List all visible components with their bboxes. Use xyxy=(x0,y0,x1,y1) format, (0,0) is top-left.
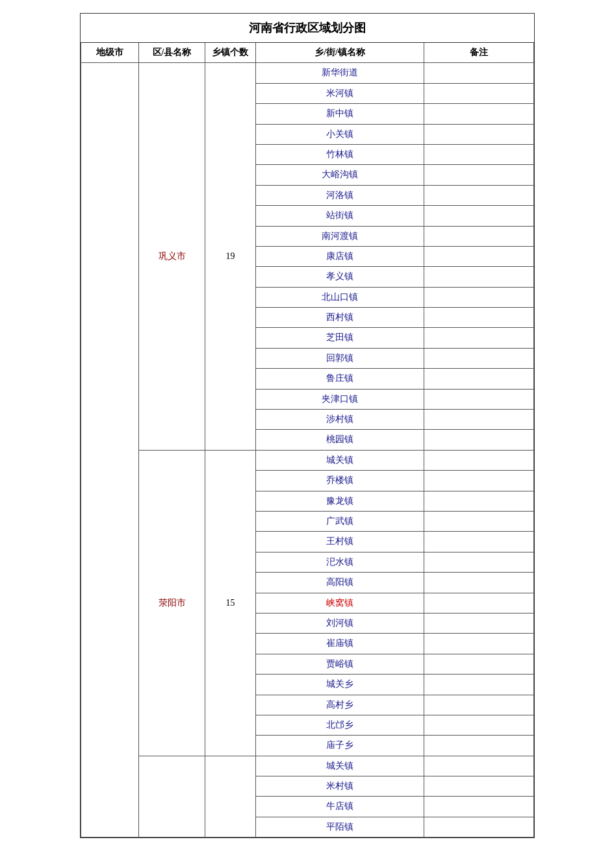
table-body: 巩义市19新华街道米河镇新中镇小关镇竹林镇大峪沟镇河洛镇站街镇南河渡镇康店镇孝义… xyxy=(81,63,533,837)
town-cell: 崔庙镇 xyxy=(256,634,424,654)
town-cell: 夹津口镇 xyxy=(256,389,424,409)
town-cell: 贾峪镇 xyxy=(256,654,424,674)
note-cell xyxy=(424,593,533,613)
town-cell: 城关镇 xyxy=(256,450,424,470)
town-cell: 高阳镇 xyxy=(256,573,424,593)
note-cell xyxy=(424,613,533,633)
town-cell: 北邙乡 xyxy=(256,715,424,735)
note-cell xyxy=(424,104,533,124)
note-cell xyxy=(424,695,533,715)
note-cell xyxy=(424,410,533,430)
note-cell xyxy=(424,144,533,164)
note-cell xyxy=(424,532,533,552)
town-cell: 鲁庄镇 xyxy=(256,369,424,389)
town-cell: 广武镇 xyxy=(256,511,424,531)
town-cell: 新华街道 xyxy=(256,63,424,83)
note-cell xyxy=(424,328,533,348)
note-cell xyxy=(424,124,533,144)
note-cell xyxy=(424,797,533,817)
note-cell xyxy=(424,654,533,674)
note-cell xyxy=(424,573,533,593)
note-cell xyxy=(424,511,533,531)
town-cell: 牛店镇 xyxy=(256,797,424,817)
note-cell xyxy=(424,83,533,103)
town-cell: 新中镇 xyxy=(256,104,424,124)
town-cell: 康店镇 xyxy=(256,246,424,266)
note-cell xyxy=(424,552,533,572)
town-cell: 乔楼镇 xyxy=(256,471,424,491)
town-cell: 小关镇 xyxy=(256,124,424,144)
table-row: 巩义市19新华街道 xyxy=(81,63,533,83)
note-cell xyxy=(424,267,533,287)
town-cell: 豫龙镇 xyxy=(256,491,424,511)
table-row: 城关镇 xyxy=(81,756,533,776)
town-cell: 峡窝镇 xyxy=(256,593,424,613)
town-cell: 城关乡 xyxy=(256,675,424,695)
town-cell: 大峪沟镇 xyxy=(256,165,424,185)
town-cell: 米河镇 xyxy=(256,83,424,103)
note-cell xyxy=(424,185,533,205)
note-cell xyxy=(424,471,533,491)
table-title: 河南省行政区域划分图 xyxy=(81,14,534,43)
note-cell xyxy=(424,817,533,837)
header-note: 备注 xyxy=(424,43,533,63)
header-district: 区/县名称 xyxy=(139,43,205,63)
town-cell: 庙子乡 xyxy=(256,736,424,756)
district-cell: 荥阳市 xyxy=(139,450,205,756)
town-cell: 芝田镇 xyxy=(256,328,424,348)
town-cell: 竹林镇 xyxy=(256,144,424,164)
note-cell xyxy=(424,715,533,735)
town-cell: 回郭镇 xyxy=(256,348,424,368)
town-cell: 南河渡镇 xyxy=(256,226,424,246)
note-cell xyxy=(424,206,533,226)
data-table: 地级市 区/县名称 乡镇个数 乡/街/镇名称 备注 巩义市19新华街道米河镇新中… xyxy=(81,43,534,837)
note-cell xyxy=(424,246,533,266)
note-cell xyxy=(424,491,533,511)
header-town: 乡/街/镇名称 xyxy=(256,43,424,63)
note-cell xyxy=(424,369,533,389)
note-cell xyxy=(424,389,533,409)
town-cell: 站街镇 xyxy=(256,206,424,226)
main-table-wrapper: 河南省行政区域划分图 地级市 区/县名称 乡镇个数 乡/街/镇名称 备注 巩义市… xyxy=(80,13,535,838)
town-cell: 王村镇 xyxy=(256,532,424,552)
town-cell: 河洛镇 xyxy=(256,185,424,205)
note-cell xyxy=(424,165,533,185)
note-cell xyxy=(424,63,533,83)
note-cell xyxy=(424,736,533,756)
town-cell: 刘河镇 xyxy=(256,613,424,633)
note-cell xyxy=(424,675,533,695)
table-row: 荥阳市15城关镇 xyxy=(81,450,533,470)
note-cell xyxy=(424,226,533,246)
note-cell xyxy=(424,348,533,368)
town-cell: 桃园镇 xyxy=(256,430,424,450)
note-cell xyxy=(424,756,533,776)
town-cell: 城关镇 xyxy=(256,756,424,776)
count-cell: 15 xyxy=(205,450,256,756)
header-row: 地级市 区/县名称 乡镇个数 乡/街/镇名称 备注 xyxy=(81,43,533,63)
note-cell xyxy=(424,430,533,450)
note-cell xyxy=(424,634,533,654)
note-cell xyxy=(424,776,533,797)
header-count: 乡镇个数 xyxy=(205,43,256,63)
town-cell: 北山口镇 xyxy=(256,287,424,307)
town-cell: 米村镇 xyxy=(256,776,424,797)
district-cell xyxy=(139,756,205,837)
town-cell: 汜水镇 xyxy=(256,552,424,572)
note-cell xyxy=(424,308,533,328)
town-cell: 西村镇 xyxy=(256,308,424,328)
count-cell xyxy=(205,756,256,837)
town-cell: 孝义镇 xyxy=(256,267,424,287)
town-cell: 涉村镇 xyxy=(256,410,424,430)
town-cell: 高村乡 xyxy=(256,695,424,715)
city-cell xyxy=(81,63,139,837)
town-cell: 平陌镇 xyxy=(256,817,424,837)
district-cell: 巩义市 xyxy=(139,63,205,450)
count-cell: 19 xyxy=(205,63,256,450)
note-cell xyxy=(424,287,533,307)
header-city: 地级市 xyxy=(81,43,139,63)
note-cell xyxy=(424,450,533,470)
